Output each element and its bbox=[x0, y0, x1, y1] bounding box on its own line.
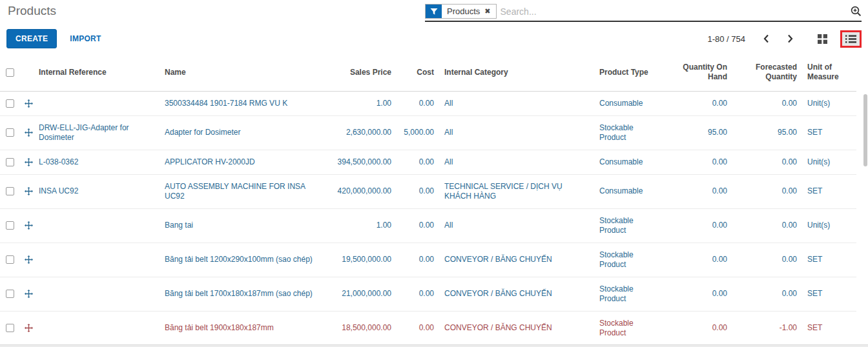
cell-quantity-on-hand[interactable]: 95.00 bbox=[666, 115, 732, 150]
row-drag-handle[interactable] bbox=[19, 150, 34, 174]
cell-unit-of-measure[interactable]: Unit(s) bbox=[802, 150, 856, 174]
cell-cost[interactable]: 0.00 bbox=[397, 91, 439, 115]
cell-name[interactable]: Adapter for Dosimeter bbox=[160, 115, 324, 150]
cell-forecasted-quantity[interactable]: 0.00 bbox=[732, 174, 802, 208]
import-button[interactable]: IMPORT bbox=[70, 34, 101, 43]
row-drag-handle[interactable] bbox=[19, 243, 34, 277]
column-header-sales-price[interactable]: Sales Price bbox=[324, 54, 397, 91]
cell-name[interactable]: APPLICATOR HV-2000JD bbox=[160, 150, 324, 174]
cell-internal-reference[interactable] bbox=[34, 311, 160, 345]
cell-product-type[interactable]: Stockable Product bbox=[594, 243, 666, 277]
cell-unit-of-measure[interactable]: Unit(s) bbox=[802, 208, 856, 243]
row-checkbox[interactable] bbox=[6, 324, 14, 332]
select-all-checkbox[interactable] bbox=[6, 68, 14, 77]
cell-internal-reference[interactable] bbox=[34, 208, 160, 243]
cell-forecasted-quantity[interactable]: 0.00 bbox=[732, 277, 802, 311]
cell-product-type[interactable]: Stockable Product bbox=[594, 208, 666, 243]
cell-forecasted-quantity[interactable]: 0.00 bbox=[732, 91, 802, 115]
pager-next-button[interactable] bbox=[787, 34, 793, 43]
cell-unit-of-measure[interactable]: SET bbox=[802, 243, 856, 277]
cell-name[interactable]: Băng tải belt 1200x290x100mm (sao chép) bbox=[160, 243, 324, 277]
cell-sales-price[interactable]: 2,630,000.00 bbox=[324, 115, 397, 150]
cell-sales-price[interactable]: 18,500,000.00 bbox=[324, 311, 397, 345]
table-row[interactable]: INSA UC92AUTO ASSEMBLY MACHINE FOR INSA … bbox=[0, 174, 856, 208]
row-select-cell[interactable] bbox=[0, 277, 19, 311]
cell-cost[interactable]: 0.00 bbox=[397, 174, 439, 208]
row-checkbox[interactable] bbox=[6, 221, 14, 230]
column-header-internal-reference[interactable]: Internal Reference bbox=[34, 54, 160, 91]
cell-internal-reference[interactable] bbox=[34, 277, 160, 311]
table-row[interactable]: 3500334484 1901-7184 RMG VU K1.000.00All… bbox=[0, 91, 856, 115]
cell-internal-reference[interactable]: INSA UC92 bbox=[34, 174, 160, 208]
row-checkbox[interactable] bbox=[6, 290, 14, 298]
cell-sales-price[interactable]: 19,500,000.00 bbox=[324, 243, 397, 277]
cell-quantity-on-hand[interactable]: 0.00 bbox=[666, 174, 732, 208]
row-select-cell[interactable] bbox=[0, 243, 19, 277]
row-checkbox[interactable] bbox=[6, 128, 14, 137]
cell-cost[interactable]: 0.00 bbox=[397, 150, 439, 174]
table-row[interactable]: Băng tải belt 1700x180x187mm (sao chép)2… bbox=[0, 277, 856, 311]
cell-forecasted-quantity[interactable]: 0.00 bbox=[732, 150, 802, 174]
column-header-product-type[interactable]: Product Type bbox=[594, 54, 666, 91]
cell-product-type[interactable]: Stockable Product bbox=[594, 311, 666, 345]
cell-name[interactable]: Băng tải belt 1700x180x187mm (sao chép) bbox=[160, 277, 324, 311]
list-view-button[interactable] bbox=[840, 30, 862, 48]
cell-product-type[interactable]: Consumable bbox=[594, 150, 666, 174]
search-input[interactable] bbox=[497, 5, 847, 18]
row-drag-handle[interactable] bbox=[19, 91, 34, 115]
cell-unit-of-measure[interactable]: SET bbox=[802, 277, 856, 311]
row-drag-handle[interactable] bbox=[19, 208, 34, 243]
cell-unit-of-measure[interactable]: SET bbox=[802, 311, 856, 345]
cell-name[interactable]: Băng tải belt 1900x180x187mm bbox=[160, 311, 324, 345]
expand-search-button[interactable] bbox=[847, 6, 862, 17]
cell-sales-price[interactable]: 1.00 bbox=[324, 91, 397, 115]
cell-forecasted-quantity[interactable]: 95.00 bbox=[732, 115, 802, 150]
cell-unit-of-measure[interactable]: SET bbox=[802, 115, 856, 150]
cell-cost[interactable]: 5,000.00 bbox=[397, 115, 439, 150]
row-checkbox[interactable] bbox=[6, 187, 14, 195]
cell-internal-category[interactable]: CONVEYOR / BĂNG CHUYẾN bbox=[439, 311, 594, 345]
cell-forecasted-quantity[interactable]: -1.00 bbox=[732, 311, 802, 345]
cell-product-type[interactable]: Consumable bbox=[594, 91, 666, 115]
cell-internal-reference[interactable]: L-038-0362 bbox=[34, 150, 160, 174]
kanban-view-button[interactable] bbox=[814, 32, 831, 46]
cell-unit-of-measure[interactable]: SET bbox=[802, 174, 856, 208]
cell-cost[interactable]: 0.00 bbox=[397, 243, 439, 277]
row-checkbox[interactable] bbox=[6, 158, 14, 166]
cell-product-type[interactable]: Consumable bbox=[594, 174, 666, 208]
row-select-cell[interactable] bbox=[0, 208, 19, 243]
cell-internal-category[interactable]: All bbox=[439, 208, 594, 243]
cell-internal-reference[interactable] bbox=[34, 243, 160, 277]
search-bar[interactable]: Products ✖ bbox=[425, 4, 862, 22]
cell-quantity-on-hand[interactable]: 0.00 bbox=[666, 150, 732, 174]
column-header-forecasted-quantity[interactable]: Forecasted Quantity bbox=[732, 54, 802, 91]
column-header-quantity-on-hand[interactable]: Quantity On Hand bbox=[666, 54, 732, 91]
row-select-cell[interactable] bbox=[0, 311, 19, 345]
table-row[interactable]: Băng tải belt 1900x180x187mm18,500,000.0… bbox=[0, 311, 856, 345]
cell-forecasted-quantity[interactable]: 0.00 bbox=[732, 208, 802, 243]
cell-sales-price[interactable]: 21,000,000.00 bbox=[324, 277, 397, 311]
table-row[interactable]: Băng tải belt 1200x290x100mm (sao chép)1… bbox=[0, 243, 856, 277]
cell-product-type[interactable]: Stockable Product bbox=[594, 277, 666, 311]
cell-quantity-on-hand[interactable]: 0.00 bbox=[666, 311, 732, 345]
cell-internal-category[interactable]: All bbox=[439, 91, 594, 115]
row-select-cell[interactable] bbox=[0, 174, 19, 208]
column-header-cost[interactable]: Cost bbox=[397, 54, 439, 91]
cell-name[interactable]: Bang tai bbox=[160, 208, 324, 243]
cell-name[interactable]: AUTO ASSEMBLY MACHINE FOR INSA UC92 bbox=[160, 174, 324, 208]
cell-internal-category[interactable]: CONVEYOR / BĂNG CHUYẾN bbox=[439, 243, 594, 277]
cell-forecasted-quantity[interactable]: 0.00 bbox=[732, 243, 802, 277]
cell-cost[interactable]: 0.00 bbox=[397, 208, 439, 243]
cell-cost[interactable]: 0.00 bbox=[397, 311, 439, 345]
table-row[interactable]: L-038-0362APPLICATOR HV-2000JD394,500,00… bbox=[0, 150, 856, 174]
pager-previous-button[interactable] bbox=[763, 34, 769, 43]
row-drag-handle[interactable] bbox=[19, 174, 34, 208]
create-button[interactable]: CREATE bbox=[6, 29, 57, 48]
cell-quantity-on-hand[interactable]: 0.00 bbox=[666, 91, 732, 115]
table-row[interactable]: DRW-ELL-JIG-Adapter for DosimeterAdapter… bbox=[0, 115, 856, 150]
cell-cost[interactable]: 0.00 bbox=[397, 277, 439, 311]
cell-internal-category[interactable]: TECHNICAL SERVICE / DỊCH VỤ KHÁCH HÀNG bbox=[439, 174, 594, 208]
cell-product-type[interactable]: Stockable Product bbox=[594, 115, 666, 150]
horizontal-scrollbar[interactable] bbox=[0, 344, 868, 347]
cell-quantity-on-hand[interactable]: 0.00 bbox=[666, 208, 732, 243]
